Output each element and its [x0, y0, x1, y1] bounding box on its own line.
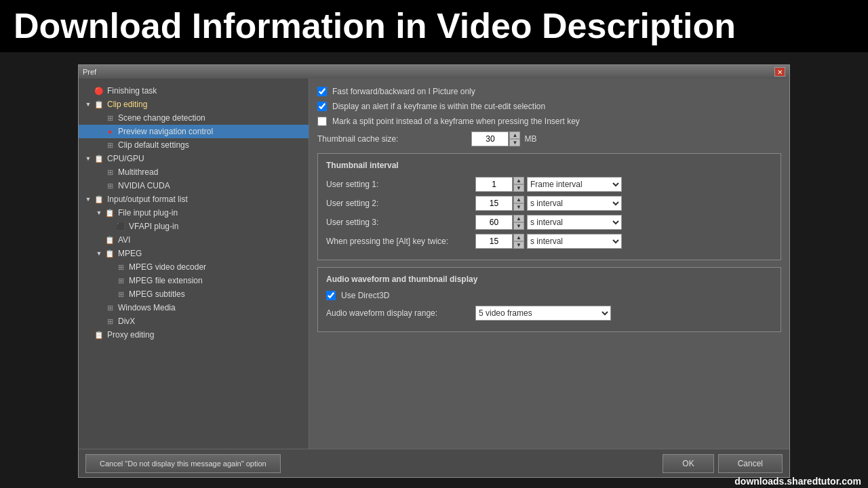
direct3d-checkbox[interactable]: [326, 291, 336, 300]
tree-arrow: [84, 331, 92, 339]
thumbnail-cache-row: Thumbnail cache size: 30 ▲ ▼ MB: [317, 131, 781, 146]
bottom-watermark: downloads.sharedtutor.com: [734, 476, 861, 487]
dialog-titlebar: Pref ✕: [79, 65, 789, 79]
user-setting-1-dropdown[interactable]: Frame interval s interval: [527, 177, 622, 192]
preview-nav-icon: ●: [104, 126, 115, 137]
user-setting-3-arrows: ▲ ▼: [513, 215, 524, 230]
tree-arrow-mpeg: ▼: [95, 249, 103, 258]
user-setting-3-dropdown[interactable]: s interval Frame interval: [527, 215, 622, 230]
audio-range-row: Audio waveform display range: 5 video fr…: [326, 306, 772, 321]
sidebar-item-nvidia-cuda[interactable]: ⊞ NVIDIA CUDA: [79, 179, 309, 192]
windows-media-icon: ⊞: [104, 302, 115, 313]
thumbnail-interval-group: Thumbnail interval User setting 1: ▲ ▼ F…: [317, 153, 781, 260]
alt-key-label: When pressing the [Alt] key twice:: [326, 237, 475, 246]
alt-key-dropdown[interactable]: s interval Frame interval: [527, 234, 622, 249]
user-setting-1-down[interactable]: ▼: [513, 184, 524, 192]
fast-forward-label[interactable]: Fast forward/backward on I Picture only: [332, 87, 475, 96]
user-setting-2-dropdown[interactable]: s interval Frame interval: [527, 196, 622, 211]
footer-left: Cancel "Do not display this message agai…: [79, 454, 663, 473]
sidebar-item-cpu-gpu[interactable]: ▼ 📋 CPU/GPU: [79, 152, 309, 165]
sidebar-item-label: Windows Media: [118, 303, 176, 312]
sidebar-item-label: Preview navigation control: [118, 127, 213, 136]
user-setting-1-up[interactable]: ▲: [513, 177, 524, 184]
divx-icon: ⊞: [104, 316, 115, 327]
close-button[interactable]: ✕: [774, 67, 785, 77]
alt-key-input: ▲ ▼ s interval Frame interval: [475, 234, 622, 249]
watermark-text: Download Information in Video Descriptio…: [14, 6, 736, 45]
sidebar-item-avi[interactable]: 📋 AVI: [79, 233, 309, 247]
tree-arrow: [95, 127, 103, 136]
sidebar-item-file-input[interactable]: ▼ 📋 File input plug-in: [79, 206, 309, 220]
mark-split-checkbox[interactable]: [317, 117, 327, 126]
sidebar-item-clip-editing[interactable]: ▼ 📋 Clip editing: [79, 98, 309, 111]
cpu-gpu-icon: 📋: [94, 153, 104, 164]
ok-button[interactable]: OK: [663, 454, 713, 473]
user-setting-3-field[interactable]: [475, 215, 513, 230]
display-alert-checkbox[interactable]: [317, 102, 327, 111]
sidebar-item-scene-change[interactable]: ⊞ Scene change detection: [79, 111, 309, 125]
tree-arrow: [95, 304, 103, 312]
direct3d-row: Use Direct3D: [326, 291, 772, 300]
sidebar-item-label: AVI: [118, 235, 130, 245]
user-setting-3-down[interactable]: ▼: [513, 222, 524, 230]
fast-forward-row: Fast forward/backward on I Picture only: [317, 87, 781, 96]
sidebar-item-label: DivX: [118, 317, 135, 326]
mark-split-label[interactable]: Mark a split point instead of a keyframe…: [332, 117, 580, 126]
tree-arrow-cpu: ▼: [84, 155, 92, 163]
mpeg-file-icon: ⊞: [115, 275, 126, 286]
user-setting-2-up[interactable]: ▲: [513, 196, 524, 203]
nvidia-cuda-icon: ⊞: [104, 180, 115, 191]
proxy-editing-icon: 📋: [94, 329, 104, 340]
cancel-msg-button[interactable]: Cancel "Do not display this message agai…: [85, 454, 281, 473]
sidebar-item-multithread[interactable]: ⊞ Multithread: [79, 165, 309, 179]
user-setting-2-field[interactable]: [475, 196, 513, 211]
sidebar-item-label: Clip editing: [107, 100, 147, 109]
sidebar-item-proxy-editing[interactable]: 📋 Proxy editing: [79, 328, 309, 342]
user-setting-3-row: User setting 3: ▲ ▼ s interval Frame int…: [326, 215, 772, 230]
scene-change-icon: ⊞: [104, 113, 115, 123]
sidebar-item-label: VFAPI plug-in: [129, 222, 178, 231]
sidebar-item-mpeg-file[interactable]: ⊞ MPEG file extension: [79, 274, 309, 287]
sidebar-item-divx[interactable]: ⊞ DivX: [79, 314, 309, 328]
user-setting-1-field[interactable]: [475, 177, 513, 192]
thumbnail-cache-down[interactable]: ▼: [509, 139, 520, 146]
sidebar-item-io-format[interactable]: ▼ 📋 Input/output format list: [79, 192, 309, 206]
user-setting-2-down[interactable]: ▼: [513, 203, 524, 211]
sidebar-item-mpeg[interactable]: ▼ 📋 MPEG: [79, 247, 309, 260]
user-setting-1-input: ▲ ▼ Frame interval s interval: [475, 177, 622, 192]
tree-arrow: [84, 87, 92, 95]
thumbnail-cache-up[interactable]: ▲: [509, 131, 520, 139]
sidebar-item-windows-media[interactable]: ⊞ Windows Media: [79, 301, 309, 314]
tree-arrow: [106, 222, 114, 230]
direct3d-label[interactable]: Use Direct3D: [341, 291, 389, 300]
sidebar-item-vfapi[interactable]: ⬛ VFAPI plug-in: [79, 220, 309, 233]
display-alert-label[interactable]: Display an alert if a keyframe is within…: [332, 102, 545, 111]
user-setting-2-arrows: ▲ ▼: [513, 196, 524, 211]
dialog-footer: Cancel "Do not display this message agai…: [79, 449, 789, 477]
tree-arrow: [95, 317, 103, 325]
fast-forward-checkbox[interactable]: [317, 87, 327, 96]
tree-arrow-clip-editing: ▼: [84, 100, 92, 108]
audio-range-dropdown[interactable]: 5 video frames 10 video frames 15 video …: [475, 306, 611, 321]
alt-key-up[interactable]: ▲: [513, 234, 524, 241]
sidebar-item-preview-nav[interactable]: ● Preview navigation control: [79, 125, 309, 138]
sidebar-tree: 🔴 Finishing task ▼ 📋 Clip editing ⊞ Scen…: [79, 79, 309, 449]
alt-key-arrows: ▲ ▼: [513, 234, 524, 249]
sidebar-item-mpeg-video[interactable]: ⊞ MPEG video decoder: [79, 260, 309, 274]
alt-key-down[interactable]: ▼: [513, 241, 524, 249]
sidebar-item-label: MPEG subtitles: [129, 289, 185, 299]
tree-arrow: [106, 277, 114, 285]
tree-arrow: [95, 236, 103, 244]
cancel-button[interactable]: Cancel: [718, 454, 783, 473]
sidebar-item-finishing-task[interactable]: 🔴 Finishing task: [79, 84, 309, 98]
audio-waveform-title: Audio waveform and thumbnail display: [326, 274, 772, 284]
sidebar-item-clip-default[interactable]: ⊞ Clip default settings: [79, 138, 309, 152]
sidebar-item-mpeg-sub[interactable]: ⊞ MPEG subtitles: [79, 287, 309, 301]
thumbnail-cache-input[interactable]: 30: [471, 131, 509, 146]
sidebar-item-label: Input/output format list: [107, 195, 188, 204]
alt-key-field[interactable]: [475, 234, 513, 249]
user-setting-3-up[interactable]: ▲: [513, 215, 524, 222]
file-input-icon: 📋: [104, 207, 115, 218]
main-panel: Fast forward/backward on I Picture only …: [309, 79, 789, 449]
thumbnail-interval-title: Thumbnail interval: [326, 161, 772, 170]
